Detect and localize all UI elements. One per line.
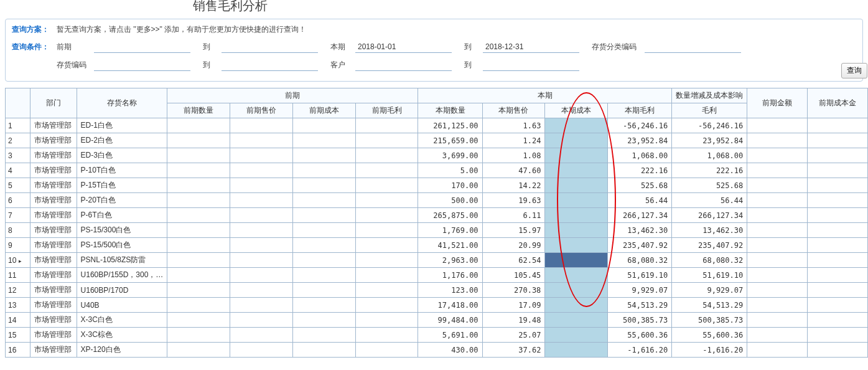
cell-prev-cost — [292, 223, 355, 238]
query-cond-row-2: 存货编码 到 客户 到 — [12, 59, 856, 71]
cell-cur-price: 62.54 — [482, 253, 545, 268]
query-cond-label: 查询条件： — [12, 42, 57, 52]
inv-code-end-input[interactable] — [222, 59, 318, 71]
cell-name: P-15T白色 — [77, 178, 167, 193]
cell-prev-qty — [167, 298, 230, 313]
cell-prev-cost-amt — [807, 313, 868, 328]
cur-period-start-input[interactable] — [355, 41, 452, 53]
table-row[interactable]: 15市场管理部X-3C棕色5,691.0025.0755,600.3655,60… — [6, 328, 868, 343]
cell-prev-qty — [167, 148, 230, 163]
table-row[interactable]: 2市场管理部ED-2白色215,659.001.2423,952.8423,95… — [6, 133, 868, 148]
customer-end-input[interactable] — [483, 59, 579, 71]
cell-prev-price — [230, 133, 293, 148]
query-button[interactable]: 查询 — [841, 63, 867, 78]
prev-period-start-input[interactable] — [94, 41, 190, 53]
cell-cur-qty: 500.00 — [418, 193, 482, 208]
table-row[interactable]: 13市场管理部U40B17,418.0017.0954,513.2954,513… — [6, 298, 868, 313]
inv-code-start-input[interactable] — [94, 59, 190, 71]
cell-dept: 市场管理部 — [30, 253, 77, 268]
cell-prev-qty — [167, 208, 230, 223]
cell-name: X-3C棕色 — [77, 328, 167, 343]
table-row[interactable]: 7市场管理部P-6T白色265,875.006.11266,127.34266,… — [6, 208, 868, 223]
query-scheme-text: 暂无查询方案，请点击 "更多>>" 添加，有助于您更加方便快捷的进行查询！ — [57, 24, 306, 35]
cell-prev-gross — [355, 178, 418, 193]
table-row[interactable]: 4市场管理部P-10T白色5.0047.60222.16222.16 — [6, 163, 868, 178]
row-number: 6 — [6, 193, 30, 208]
table-row[interactable]: 6市场管理部P-20T白色500.0019.6356.4456.44 — [6, 193, 868, 208]
to-label-2: 到 — [464, 42, 483, 52]
cell-cur-gross: 266,127.34 — [608, 208, 672, 223]
cell-prev-qty — [167, 133, 230, 148]
th-prev-price[interactable]: 前期售价 — [230, 103, 293, 118]
cell-dept: 市场管理部 — [30, 208, 77, 223]
query-cond-row-1: 查询条件： 前期 到 本期 到 存货分类编码 — [12, 41, 856, 53]
th-dept[interactable]: 部门 — [30, 88, 77, 118]
cell-gross: 23,952.84 — [672, 133, 747, 148]
cell-prev-gross — [355, 148, 418, 163]
cell-cur-gross: 500,385.73 — [608, 313, 672, 328]
cell-dept: 市场管理部 — [30, 178, 77, 193]
cell-cur-gross: -56,246.16 — [608, 118, 672, 133]
cell-prev-cost-amt — [807, 253, 868, 268]
th-prev-cost-amt[interactable]: 前期成本金 — [807, 88, 868, 118]
cell-prev-price — [230, 148, 293, 163]
cell-prev-cost — [292, 313, 355, 328]
table-row[interactable]: 14市场管理部X-3C白色99,484.0019.48500,385.73500… — [6, 313, 868, 328]
cell-prev-qty — [167, 163, 230, 178]
cell-cur-price: 47.60 — [482, 163, 545, 178]
cell-cur-qty: 1,769.00 — [418, 223, 482, 238]
cell-gross: -1,616.20 — [672, 343, 747, 358]
table-row[interactable]: 11市场管理部U160BP/155D，300，…1,176.00105.4551… — [6, 268, 868, 283]
cell-gross: 222.16 — [672, 163, 747, 178]
cell-prev-gross — [355, 328, 418, 343]
table-row[interactable]: 10市场管理部PSNL-105/8ZS防雷2,963.0062.5468,080… — [6, 253, 868, 268]
row-number: 16 — [6, 343, 30, 358]
prev-period-end-input[interactable] — [222, 41, 318, 53]
cell-cur-price: 17.09 — [482, 298, 545, 313]
row-number: 3 — [6, 148, 30, 163]
cell-prev-cost — [292, 328, 355, 343]
th-prev-amount[interactable]: 前期金额 — [747, 88, 807, 118]
th-qtycost-group[interactable]: 数量增减及成本影响 — [672, 88, 747, 103]
cell-prev-qty — [167, 283, 230, 298]
cur-period-end-input[interactable] — [483, 41, 579, 53]
table-row[interactable]: 16市场管理部XP-120白色430.0037.62-1,616.20-1,61… — [6, 343, 868, 358]
cell-prev-amount — [747, 328, 807, 343]
th-inv-name[interactable]: 存货名称 — [77, 88, 167, 118]
cell-cur-cost — [545, 268, 608, 283]
th-prev-qty[interactable]: 前期数量 — [167, 103, 230, 118]
cell-prev-gross — [355, 133, 418, 148]
cell-prev-amount — [747, 268, 807, 283]
table-row[interactable]: 9市场管理部PS-15/500白色41,521.0020.99235,407.9… — [6, 238, 868, 253]
table-row[interactable]: 5市场管理部P-15T白色170.0014.22525.68525.68 — [6, 178, 868, 193]
th-cur-gross[interactable]: 本期毛利 — [608, 103, 672, 118]
cell-dept: 市场管理部 — [30, 313, 77, 328]
cell-cur-cost — [545, 163, 608, 178]
th-cur-qty[interactable]: 本期数量 — [418, 103, 482, 118]
table-row[interactable]: 3市场管理部ED-3白色3,699.001.081,068.001,068.00 — [6, 148, 868, 163]
cell-prev-cost-amt — [807, 148, 868, 163]
inv-cat-code-input[interactable] — [645, 41, 741, 53]
cell-cur-cost — [545, 118, 608, 133]
th-cur-price[interactable]: 本期售价 — [482, 103, 545, 118]
th-prev-cost[interactable]: 前期成本 — [292, 103, 355, 118]
table-row[interactable]: 8市场管理部PS-15/300白色1,769.0015.9713,462.301… — [6, 223, 868, 238]
cell-prev-amount — [747, 343, 807, 358]
th-gross[interactable]: 毛利 — [672, 103, 747, 118]
cell-dept: 市场管理部 — [30, 343, 77, 358]
cell-prev-cost — [292, 343, 355, 358]
th-cur-cost[interactable]: 本期成本 — [545, 103, 608, 118]
customer-start-input[interactable] — [355, 59, 452, 71]
cell-cur-qty: 170.00 — [418, 178, 482, 193]
cell-prev-cost-amt — [807, 208, 868, 223]
cell-cur-qty: 99,484.00 — [418, 313, 482, 328]
th-prev-gross[interactable]: 前期毛利 — [355, 103, 418, 118]
th-prev-group[interactable]: 前期 — [167, 88, 418, 103]
cell-prev-price — [230, 343, 293, 358]
cell-prev-price — [230, 283, 293, 298]
table-row[interactable]: 12市场管理部U160BP/170D123.00270.389,929.079,… — [6, 283, 868, 298]
th-cur-group[interactable]: 本期 — [418, 88, 672, 103]
table-row[interactable]: 1市场管理部ED-1白色261,125.001.63-56,246.16-56,… — [6, 118, 868, 133]
data-table[interactable]: 部门 存货名称 前期 本期 数量增减及成本影响 前期金额 前期成本金 前期数量 … — [6, 88, 868, 358]
row-number: 2 — [6, 133, 30, 148]
